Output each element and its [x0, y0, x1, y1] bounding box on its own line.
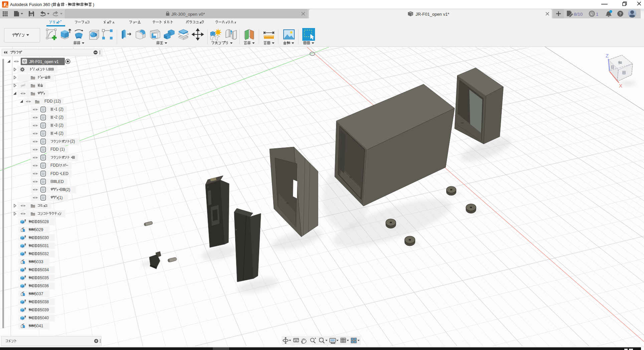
svg-text:FDD (12): FDD (12) — [44, 99, 61, 104]
svg-text:5031: 5031 — [40, 243, 49, 248]
svg-text:5039: 5039 — [40, 308, 49, 312]
svg-text:5030: 5030 — [40, 235, 49, 240]
svg-text:5038: 5038 — [40, 300, 49, 304]
svg-text:X: X — [619, 83, 622, 89]
svg-text:3 (2): 3 (2) — [55, 123, 63, 128]
svg-text:5028: 5028 — [40, 219, 49, 224]
svg-text:Z: Z — [606, 53, 609, 58]
svg-text:1 (2): 1 (2) — [55, 107, 63, 112]
svg-text:(2): (2) — [70, 139, 75, 144]
svg-text:JR-F01_open v1: JR-F01_open v1 — [29, 59, 59, 64]
svg-text:5033: 5033 — [34, 259, 43, 264]
svg-text:8/10: 8/10 — [574, 12, 583, 17]
svg-text:5036: 5036 — [40, 284, 49, 288]
svg-text:?: ? — [619, 11, 622, 16]
svg-text:4 (2): 4 (2) — [55, 131, 63, 136]
svg-text:5041: 5041 — [34, 324, 43, 328]
svg-text:5040: 5040 — [40, 316, 49, 320]
svg-text:JR-F01_open v1*: JR-F01_open v1* — [416, 12, 449, 17]
svg-text:FDD: FDD — [50, 171, 59, 176]
svg-text:1: 1 — [596, 12, 599, 17]
svg-text:5034: 5034 — [40, 268, 49, 272]
svg-text:LED: LED — [61, 171, 69, 176]
svg-text:JR-300_open v0*: JR-300_open v0* — [171, 12, 205, 17]
svg-text:5029: 5029 — [34, 227, 43, 232]
svg-text:(1): (1) — [58, 195, 63, 200]
svg-text:5032: 5032 — [40, 251, 49, 256]
svg-text:5035: 5035 — [40, 276, 49, 280]
svg-text:FDD (1): FDD (1) — [50, 147, 65, 152]
svg-text:(2): (2) — [65, 187, 70, 192]
svg-text:2 (2): 2 (2) — [55, 115, 63, 120]
svg-text:LED: LED — [56, 179, 64, 184]
svg-text:5037: 5037 — [34, 292, 43, 296]
svg-text:FDD/: FDD/ — [50, 163, 60, 168]
